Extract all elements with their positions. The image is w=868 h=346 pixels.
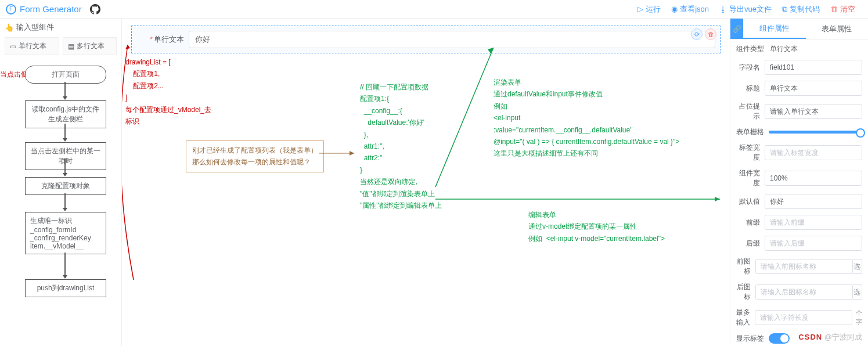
prefix-icon-input[interactable]: [755, 259, 853, 274]
input-icon: ▭: [10, 42, 16, 51]
prefix-icon-picker[interactable]: 选: [853, 259, 862, 274]
flow-arrow: [64, 124, 66, 141]
flow-node-click-item: 当点击左侧栏中的某一项时: [25, 142, 106, 170]
form-item-input[interactable]: [189, 31, 715, 48]
flow-node-read-config: 读取config.js中的文件 生成左侧栏: [25, 100, 106, 128]
hand-icon: 👆: [5, 23, 14, 32]
prop-field-name: 字段名: [736, 60, 862, 75]
maxlength-input[interactable]: [755, 310, 852, 325]
prop-max-length: 最多输入个字: [736, 308, 862, 327]
link-icon[interactable]: 🔗: [730, 19, 743, 39]
trash-icon: 🗑: [830, 5, 838, 13]
copy-code-button[interactable]: ⧉复制代码: [782, 4, 820, 15]
clear-button[interactable]: 🗑清空: [830, 4, 855, 15]
app-logo: F Form Generator: [6, 4, 100, 15]
run-button[interactable]: ▷运行: [638, 4, 661, 15]
prop-placeholder: 占位提示: [736, 102, 862, 121]
svg-line-1: [435, 48, 494, 187]
prop-component-width: 组件宽度: [736, 168, 862, 188]
prop-default-value: 默认值: [736, 194, 862, 209]
prop-suffix-icon: 后图标选: [736, 282, 862, 302]
top-actions: ▷运行 ◉查看json ⭳导出vue文件 ⧉复制代码 🗑清空: [638, 4, 855, 15]
prop-title: 标题: [736, 81, 862, 96]
logo-icon: F: [6, 4, 16, 15]
annotation-render-form: 渲染表单 通过defaultValue和input事件修改值 例如 <el-in…: [494, 77, 679, 160]
flow-node-push: push到drawingList: [25, 279, 106, 297]
component-multi-line[interactable]: ▤多行文本: [63, 37, 117, 55]
arrow-brown: [319, 147, 360, 159]
default-value-input[interactable]: [765, 194, 862, 209]
prop-prefix: 前缀: [736, 215, 862, 230]
flow-node-open: 打开页面: [25, 66, 106, 84]
label-width-input[interactable]: [765, 145, 862, 160]
annotation-drawinglist: drawingList = [ 配置项1, 配置项2... ] 每个配置项通过_…: [125, 56, 211, 127]
field-name-input[interactable]: [765, 60, 862, 75]
delete-item-button[interactable]: 🗑: [705, 28, 716, 40]
textarea-icon: ▤: [68, 42, 74, 51]
arrow-green-right: [435, 196, 726, 207]
form-item-single-line[interactable]: *单行文本 ⟳ 🗑: [131, 26, 721, 53]
span-slider[interactable]: [769, 131, 862, 134]
prefix-input[interactable]: [765, 215, 862, 230]
prop-suffix: 后缀: [736, 236, 862, 251]
properties-panel: 🔗 组件属性 表单属性 组件类型单行文本 字段名 标题 占位提示 表单栅格 标签…: [730, 19, 868, 346]
title-input[interactable]: [765, 81, 862, 96]
component-palette: 👆 输入型组件 ▭单行文本 ▤多行文本 当点击侧栏时 打开页面 读取config…: [0, 19, 122, 346]
component-width-input[interactable]: [765, 171, 862, 186]
play-icon: ▷: [638, 5, 643, 13]
form-item-label: *单行文本: [136, 34, 189, 45]
prop-label-width: 标签宽度: [736, 143, 862, 163]
prop-component-type: 组件类型单行文本: [736, 44, 862, 54]
annotation-config-data: // 回顾一下配置项数据 配置项1:{ __config__:{ default…: [360, 81, 442, 211]
show-label-switch[interactable]: [769, 333, 790, 344]
view-json-button[interactable]: ◉查看json: [671, 4, 709, 15]
flow-node-gen-id: 生成唯一标识 _config_formId _confirg_renderKey…: [25, 212, 106, 254]
eye-icon: ◉: [671, 5, 678, 13]
tab-form-props[interactable]: 表单属性: [806, 19, 869, 39]
github-icon[interactable]: [90, 4, 100, 15]
prop-span: 表单栅格: [736, 127, 862, 137]
component-single-line[interactable]: ▭单行文本: [5, 37, 59, 55]
copy-icon: ⧉: [782, 5, 787, 14]
flow-arrow: [64, 253, 66, 278]
suffix-input[interactable]: [765, 236, 862, 251]
watermark: CSDN @宁波阿成: [798, 332, 862, 343]
annotation-question-box: 刚才已经生成了配置项列表（我是表单） 那么如何去修改每一项的属性和值呢？: [186, 140, 324, 172]
flow-arrow: [64, 158, 66, 176]
suffix-icon-input[interactable]: [755, 284, 853, 300]
placeholder-input[interactable]: [765, 104, 862, 119]
download-icon: ⭳: [719, 5, 727, 13]
tab-component-props[interactable]: 组件属性: [743, 19, 806, 39]
duplicate-item-button[interactable]: ⟳: [691, 28, 703, 40]
app-title: Form Generator: [20, 4, 82, 14]
form-canvas: *单行文本 ⟳ 🗑 drawingList = [ 配置项1, 配置项2... …: [122, 19, 730, 346]
prop-prefix-icon: 前图标选: [736, 257, 862, 276]
properties-tabs: 🔗 组件属性 表单属性: [730, 19, 868, 39]
flowchart: 打开页面 读取config.js中的文件 生成左侧栏 当点击左侧栏中的某一项时 …: [5, 66, 117, 338]
palette-section-title: 👆 输入型组件: [5, 22, 117, 33]
annotation-edit-form: 编辑表单 通过v-model绑定配置项的某一属性 例如 <el-input v-…: [528, 209, 665, 244]
flow-node-clone: 克隆配置项对象: [25, 177, 106, 195]
suffix-icon-picker[interactable]: 选: [853, 284, 862, 300]
top-bar: F Form Generator ▷运行 ◉查看json ⭳导出vue文件 ⧉复…: [0, 0, 868, 19]
flow-arrow: [64, 193, 66, 211]
export-button[interactable]: ⭳导出vue文件: [719, 4, 772, 15]
flow-arrow: [64, 82, 66, 99]
